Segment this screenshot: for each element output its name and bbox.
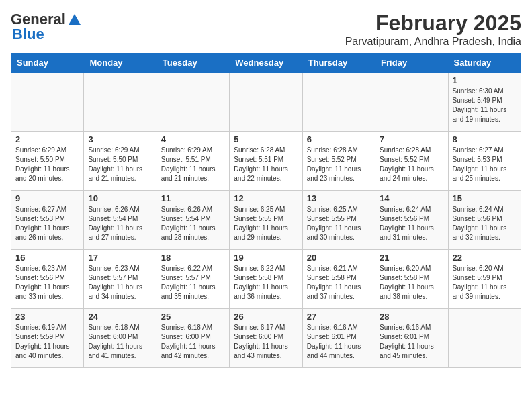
- calendar-table: Sunday Monday Tuesday Wednesday Thursday…: [11, 53, 521, 368]
- day-number: 27: [307, 312, 371, 322]
- day-number: 9: [15, 193, 79, 203]
- day-info: Sunrise: 6:29 AM Sunset: 5:51 PM Dayligh…: [161, 146, 225, 183]
- col-sunday: Sunday: [11, 54, 84, 73]
- day-cell-3-2: 10Sunrise: 6:26 AM Sunset: 5:54 PM Dayli…: [84, 191, 157, 250]
- day-number: 17: [88, 253, 152, 263]
- day-cell-2-7: 8Sunrise: 6:27 AM Sunset: 5:53 PM Daylig…: [448, 132, 521, 191]
- day-cell-3-7: 15Sunrise: 6:24 AM Sunset: 5:56 PM Dayli…: [448, 191, 521, 250]
- day-cell-4-6: 21Sunrise: 6:20 AM Sunset: 5:58 PM Dayli…: [375, 250, 448, 309]
- day-cell-1-5: [302, 73, 375, 132]
- day-info: Sunrise: 6:22 AM Sunset: 5:57 PM Dayligh…: [161, 264, 225, 302]
- day-info: Sunrise: 6:24 AM Sunset: 5:56 PM Dayligh…: [380, 205, 443, 242]
- col-tuesday: Tuesday: [157, 54, 229, 73]
- day-cell-1-3: [157, 73, 229, 132]
- day-cell-5-5: 27Sunrise: 6:16 AM Sunset: 6:01 PM Dayli…: [302, 309, 375, 368]
- day-number: 19: [234, 253, 298, 263]
- calendar-header-row: Sunday Monday Tuesday Wednesday Thursday…: [11, 54, 521, 73]
- day-number: 8: [453, 134, 517, 144]
- day-cell-4-2: 17Sunrise: 6:23 AM Sunset: 5:57 PM Dayli…: [84, 250, 157, 309]
- day-number: 7: [380, 134, 443, 144]
- day-info: Sunrise: 6:18 AM Sunset: 6:00 PM Dayligh…: [161, 323, 225, 361]
- day-info: Sunrise: 6:28 AM Sunset: 5:52 PM Dayligh…: [380, 146, 443, 183]
- day-info: Sunrise: 6:28 AM Sunset: 5:52 PM Dayligh…: [307, 146, 371, 183]
- day-number: 6: [307, 134, 371, 144]
- day-cell-5-6: 28Sunrise: 6:16 AM Sunset: 6:01 PM Dayli…: [375, 309, 448, 368]
- day-number: 22: [453, 253, 517, 263]
- day-cell-2-1: 2Sunrise: 6:29 AM Sunset: 5:50 PM Daylig…: [11, 132, 84, 191]
- day-number: 23: [15, 312, 79, 322]
- day-info: Sunrise: 6:16 AM Sunset: 6:01 PM Dayligh…: [307, 323, 371, 361]
- day-info: Sunrise: 6:24 AM Sunset: 5:56 PM Dayligh…: [453, 205, 517, 242]
- day-cell-4-3: 18Sunrise: 6:22 AM Sunset: 5:57 PM Dayli…: [157, 250, 229, 309]
- day-cell-1-4: [230, 73, 302, 132]
- day-number: 15: [453, 193, 517, 203]
- day-cell-3-1: 9Sunrise: 6:27 AM Sunset: 5:53 PM Daylig…: [11, 191, 84, 250]
- day-info: Sunrise: 6:27 AM Sunset: 5:53 PM Dayligh…: [15, 205, 79, 242]
- day-info: Sunrise: 6:20 AM Sunset: 5:59 PM Dayligh…: [453, 264, 517, 302]
- day-cell-4-4: 19Sunrise: 6:22 AM Sunset: 5:58 PM Dayli…: [230, 250, 302, 309]
- day-cell-1-1: [11, 73, 84, 132]
- day-info: Sunrise: 6:26 AM Sunset: 5:54 PM Dayligh…: [161, 205, 225, 242]
- day-number: 10: [88, 193, 152, 203]
- day-number: 26: [234, 312, 298, 322]
- day-info: Sunrise: 6:16 AM Sunset: 6:01 PM Dayligh…: [380, 323, 443, 361]
- col-wednesday: Wednesday: [230, 54, 302, 73]
- day-info: Sunrise: 6:23 AM Sunset: 5:57 PM Dayligh…: [88, 264, 152, 302]
- day-cell-3-3: 11Sunrise: 6:26 AM Sunset: 5:54 PM Dayli…: [157, 191, 229, 250]
- day-number: 5: [234, 134, 298, 144]
- col-friday: Friday: [375, 54, 448, 73]
- week-row-5: 23Sunrise: 6:19 AM Sunset: 5:59 PM Dayli…: [11, 309, 521, 368]
- day-number: 25: [161, 312, 225, 322]
- day-info: Sunrise: 6:18 AM Sunset: 6:00 PM Dayligh…: [88, 323, 152, 361]
- day-cell-2-2: 3Sunrise: 6:29 AM Sunset: 5:50 PM Daylig…: [84, 132, 157, 191]
- day-info: Sunrise: 6:30 AM Sunset: 5:49 PM Dayligh…: [453, 87, 517, 124]
- page-subtitle: Parvatipuram, Andhra Pradesh, India: [345, 36, 521, 48]
- day-number: 4: [161, 134, 225, 144]
- svg-marker-0: [69, 14, 81, 25]
- day-number: 28: [380, 312, 443, 322]
- day-info: Sunrise: 6:17 AM Sunset: 6:00 PM Dayligh…: [234, 323, 298, 361]
- page-header: General Blue February 2025 Parvatipuram,…: [11, 11, 521, 48]
- day-number: 2: [15, 134, 79, 144]
- day-number: 14: [380, 193, 443, 203]
- day-number: 11: [161, 193, 225, 203]
- col-thursday: Thursday: [302, 54, 375, 73]
- week-row-1: 1Sunrise: 6:30 AM Sunset: 5:49 PM Daylig…: [11, 73, 521, 132]
- day-cell-5-7: [448, 309, 521, 368]
- logo: General Blue: [11, 11, 82, 43]
- week-row-3: 9Sunrise: 6:27 AM Sunset: 5:53 PM Daylig…: [11, 191, 521, 250]
- day-info: Sunrise: 6:23 AM Sunset: 5:56 PM Dayligh…: [15, 264, 79, 302]
- day-number: 13: [307, 193, 371, 203]
- day-number: 16: [15, 253, 79, 263]
- day-cell-1-7: 1Sunrise: 6:30 AM Sunset: 5:49 PM Daylig…: [448, 73, 521, 132]
- day-cell-3-5: 13Sunrise: 6:25 AM Sunset: 5:55 PM Dayli…: [302, 191, 375, 250]
- page-title: February 2025: [345, 11, 521, 36]
- day-info: Sunrise: 6:28 AM Sunset: 5:51 PM Dayligh…: [234, 146, 298, 183]
- day-cell-3-6: 14Sunrise: 6:24 AM Sunset: 5:56 PM Dayli…: [375, 191, 448, 250]
- day-info: Sunrise: 6:27 AM Sunset: 5:53 PM Dayligh…: [453, 146, 517, 183]
- week-row-2: 2Sunrise: 6:29 AM Sunset: 5:50 PM Daylig…: [11, 132, 521, 191]
- day-cell-5-3: 25Sunrise: 6:18 AM Sunset: 6:00 PM Dayli…: [157, 309, 229, 368]
- day-cell-5-2: 24Sunrise: 6:18 AM Sunset: 6:00 PM Dayli…: [84, 309, 157, 368]
- day-cell-2-4: 5Sunrise: 6:28 AM Sunset: 5:51 PM Daylig…: [230, 132, 302, 191]
- day-cell-5-4: 26Sunrise: 6:17 AM Sunset: 6:00 PM Dayli…: [230, 309, 302, 368]
- day-info: Sunrise: 6:21 AM Sunset: 5:58 PM Dayligh…: [307, 264, 371, 302]
- day-info: Sunrise: 6:20 AM Sunset: 5:58 PM Dayligh…: [380, 264, 443, 302]
- day-info: Sunrise: 6:25 AM Sunset: 5:55 PM Dayligh…: [307, 205, 371, 242]
- day-cell-2-6: 7Sunrise: 6:28 AM Sunset: 5:52 PM Daylig…: [375, 132, 448, 191]
- day-cell-1-2: [84, 73, 157, 132]
- day-cell-1-6: [375, 73, 448, 132]
- day-info: Sunrise: 6:25 AM Sunset: 5:55 PM Dayligh…: [234, 205, 298, 242]
- week-row-4: 16Sunrise: 6:23 AM Sunset: 5:56 PM Dayli…: [11, 250, 521, 309]
- day-info: Sunrise: 6:19 AM Sunset: 5:59 PM Dayligh…: [15, 323, 79, 361]
- col-monday: Monday: [84, 54, 157, 73]
- logo-blue-text: Blue: [12, 26, 44, 42]
- day-cell-2-3: 4Sunrise: 6:29 AM Sunset: 5:51 PM Daylig…: [157, 132, 229, 191]
- day-number: 20: [307, 253, 371, 263]
- day-info: Sunrise: 6:22 AM Sunset: 5:58 PM Dayligh…: [234, 264, 298, 302]
- day-info: Sunrise: 6:29 AM Sunset: 5:50 PM Dayligh…: [15, 146, 79, 183]
- day-cell-2-5: 6Sunrise: 6:28 AM Sunset: 5:52 PM Daylig…: [302, 132, 375, 191]
- day-info: Sunrise: 6:29 AM Sunset: 5:50 PM Dayligh…: [88, 146, 152, 183]
- day-cell-4-7: 22Sunrise: 6:20 AM Sunset: 5:59 PM Dayli…: [448, 250, 521, 309]
- day-number: 24: [88, 312, 152, 322]
